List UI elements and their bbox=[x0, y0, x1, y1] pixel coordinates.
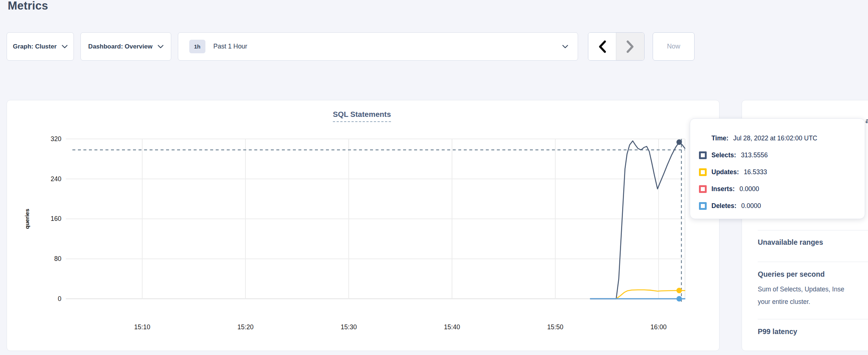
svg-text:15:50: 15:50 bbox=[547, 323, 563, 331]
tooltip-time-label: Time: bbox=[711, 135, 728, 142]
svg-text:240: 240 bbox=[51, 175, 61, 183]
chart-description-title: Queries per second bbox=[758, 270, 868, 279]
dashboard-dropdown[interactable]: Dashboard: Overview bbox=[80, 32, 171, 61]
series-value: 0.0000 bbox=[741, 202, 761, 210]
svg-text:16:00: 16:00 bbox=[650, 323, 667, 331]
chart-description-text: Sum of Selects, Updates, Inseyour entire… bbox=[758, 283, 868, 308]
series-value: 16.5333 bbox=[744, 168, 767, 176]
clipped-heading-fragment: a bbox=[865, 117, 868, 125]
svg-text:15:10: 15:10 bbox=[134, 323, 150, 331]
series-swatch-icon bbox=[699, 168, 707, 176]
series-label: Selects: bbox=[711, 151, 736, 159]
series-label: Deletes: bbox=[711, 202, 736, 210]
svg-text:0: 0 bbox=[58, 295, 61, 302]
tooltip-time-row: Time: Jul 28, 2022 at 16:02:00 UTC bbox=[690, 130, 865, 147]
sql-statements-chart[interactable]: 08016024032015:1015:2015:3015:4015:5016:… bbox=[7, 100, 719, 351]
time-range-label: Past 1 Hour bbox=[214, 43, 562, 50]
tooltip-series-row: Updates:16.5333 bbox=[690, 164, 865, 180]
chevron-down-icon bbox=[562, 45, 568, 49]
chart-description-title: Unavailable ranges bbox=[758, 238, 868, 247]
series-swatch-icon bbox=[699, 185, 707, 193]
dashboard-dropdown-label: Dashboard: Overview bbox=[88, 43, 153, 50]
chevron-right-icon bbox=[626, 40, 634, 53]
prev-time-button[interactable] bbox=[588, 33, 616, 60]
chart-description-section: P99 latency bbox=[758, 319, 868, 343]
series-label: Inserts: bbox=[711, 185, 735, 193]
tooltip-time-value: Jul 28, 2022 at 16:02:00 UTC bbox=[733, 135, 817, 142]
series-value: 313.5556 bbox=[741, 151, 768, 159]
next-time-button[interactable] bbox=[616, 33, 644, 60]
graph-dropdown[interactable]: Graph: Cluster bbox=[7, 32, 74, 61]
chevron-left-icon bbox=[598, 40, 606, 53]
chart-description-section: Queries per secondSum of Selects, Update… bbox=[758, 262, 868, 319]
chevron-down-icon bbox=[158, 45, 164, 49]
tooltip-series-row: Deletes:0.0000 bbox=[690, 197, 865, 214]
now-button-label: Now bbox=[667, 43, 680, 50]
sql-statements-chart-card: SQL Statements 08016024032015:1015:2015:… bbox=[7, 100, 720, 351]
chart-description-section: Unavailable ranges bbox=[758, 230, 868, 262]
chart-description-title: P99 latency bbox=[758, 327, 868, 336]
svg-text:queries: queries bbox=[24, 209, 30, 229]
svg-text:15:20: 15:20 bbox=[237, 323, 254, 331]
time-range-badge: 1h bbox=[189, 40, 205, 53]
now-button[interactable]: Now bbox=[653, 32, 695, 61]
page-title: Metrics bbox=[8, 0, 48, 12]
series-value: 0.0000 bbox=[739, 185, 759, 193]
series-swatch-icon bbox=[699, 202, 707, 210]
chart-hover-tooltip: Time: Jul 28, 2022 at 16:02:00 UTC Selec… bbox=[690, 118, 865, 219]
svg-text:15:30: 15:30 bbox=[341, 323, 357, 331]
series-swatch-icon bbox=[699, 151, 707, 159]
svg-text:80: 80 bbox=[54, 255, 62, 262]
graph-dropdown-label: Graph: Cluster bbox=[13, 43, 57, 50]
svg-text:320: 320 bbox=[51, 135, 61, 143]
time-range-selector[interactable]: 1h Past 1 Hour bbox=[178, 32, 578, 61]
svg-text:15:40: 15:40 bbox=[444, 323, 460, 331]
tooltip-series-row: Inserts:0.0000 bbox=[690, 180, 865, 197]
series-label: Updates: bbox=[711, 168, 739, 176]
tooltip-series-row: Selects:313.5556 bbox=[690, 147, 865, 164]
time-step-button-group bbox=[588, 32, 645, 61]
chart-descriptions-list: Unavailable rangesQueries per secondSum … bbox=[758, 230, 868, 343]
svg-text:160: 160 bbox=[51, 215, 61, 222]
chevron-down-icon bbox=[62, 45, 68, 49]
